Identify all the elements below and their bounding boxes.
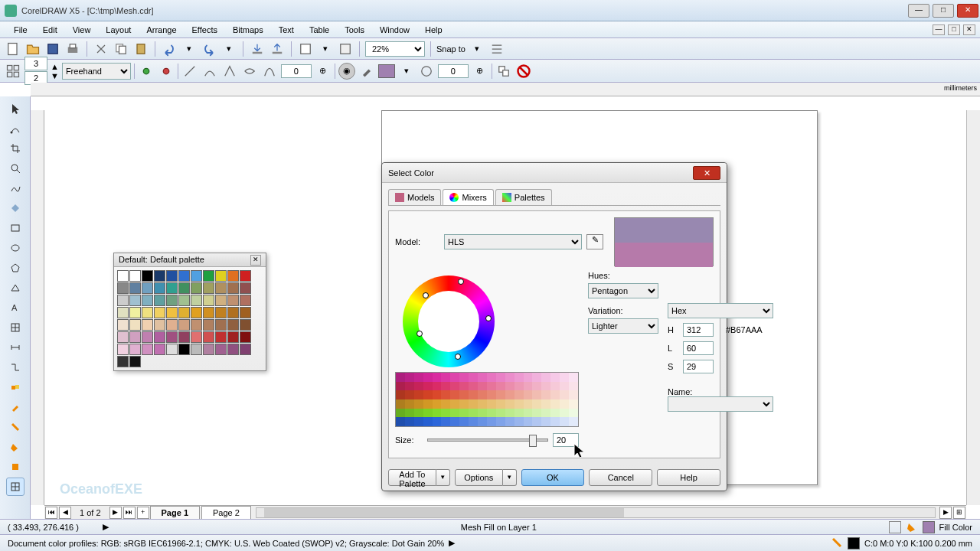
menu-edit[interactable]: Edit [35,23,65,37]
menu-file[interactable]: File [6,23,35,37]
menu-view[interactable]: View [65,23,99,37]
palette-swatch[interactable] [240,270,251,282]
eyedropper-tool[interactable] [6,398,24,416]
save-button[interactable] [44,41,61,57]
last-page-button[interactable]: ⏭ [123,507,136,519]
scroll-right-button[interactable]: ▶ [939,507,952,519]
add-page-button[interactable]: + [137,507,149,519]
undo-dropdown[interactable]: ▾ [181,41,198,57]
new-button[interactable] [5,41,21,57]
palette-swatch[interactable] [154,307,165,318]
profiles-dropdown[interactable]: ▶ [449,538,455,548]
palette-close-button[interactable]: ✕ [250,255,261,266]
ok-button[interactable]: OK [521,469,585,486]
zoom-select[interactable]: 22% [365,41,425,57]
palette-swatch[interactable] [117,331,129,343]
tab-palettes[interactable]: Palettes [495,189,552,205]
palette-swatch[interactable] [215,282,227,294]
blend-tool[interactable] [6,378,24,396]
palette-swatch[interactable] [203,282,214,294]
palette-swatch[interactable] [129,270,141,282]
palette-swatch[interactable] [191,282,202,294]
palette-swatch[interactable] [166,295,178,306]
horizontal-scrollbar[interactable] [256,507,936,518]
mesh-color-swatch[interactable] [378,64,395,78]
menu-effects[interactable]: Effects [185,23,225,37]
size-input[interactable] [553,433,579,447]
redo-dropdown[interactable]: ▾ [220,41,237,57]
palette-swatch[interactable] [227,295,239,306]
add-node-button[interactable] [138,63,155,80]
palette-swatch[interactable] [191,331,202,343]
table-tool[interactable] [6,318,24,337]
cut-button[interactable] [93,41,109,57]
palette-swatch[interactable] [203,319,214,331]
palette-swatch[interactable] [117,270,129,282]
palette-swatch[interactable] [117,282,129,294]
palette-swatch[interactable] [166,344,178,355]
options-dropdown[interactable]: ▼ [503,469,517,486]
freehand-select[interactable]: Freehand [62,63,131,80]
transparency-input[interactable] [438,64,469,78]
open-button[interactable] [24,41,41,57]
palette-swatch[interactable] [227,344,239,355]
curve-tool-button[interactable] [201,63,218,80]
palette-swatch[interactable] [142,344,153,355]
minimize-button[interactable]: — [908,4,929,18]
connector-tool[interactable] [6,358,24,377]
palette-swatch[interactable] [129,295,141,306]
menu-window[interactable]: Window [372,23,417,37]
palette-swatch[interactable] [166,319,178,331]
palette-swatch[interactable] [154,319,165,331]
variation-select[interactable]: Lighter [588,318,658,334]
palette-swatch[interactable] [178,344,190,355]
menu-arrange[interactable]: Arrange [139,23,184,37]
crop-tool[interactable] [6,139,24,158]
help-button[interactable]: Help [657,469,720,486]
palette-swatch[interactable] [240,344,251,355]
smoothing-input[interactable] [281,64,312,78]
palette-swatch[interactable] [142,270,153,282]
delete-node-button[interactable] [158,63,175,80]
palette-swatch[interactable] [154,282,165,294]
dialog-close-button[interactable]: ✕ [693,166,720,180]
prev-page-button[interactable]: ◀ [59,507,71,519]
outline-tool[interactable] [6,418,24,436]
palette-swatch[interactable] [227,307,239,318]
close-button[interactable]: ✕ [957,4,978,18]
palette-swatch[interactable] [203,331,214,343]
palette-swatch[interactable] [240,319,251,331]
palette-swatch[interactable] [129,344,141,355]
menu-text[interactable]: Text [271,23,302,37]
palette-swatch[interactable] [166,282,178,294]
palette-swatch[interactable] [191,295,202,306]
page-tab-2[interactable]: Page 2 [201,506,251,520]
palette-swatch[interactable] [215,270,227,282]
palette-swatch[interactable] [240,331,251,343]
pick-tool[interactable] [6,99,24,118]
grid-down[interactable]: ▼ [51,71,59,80]
snap-dropdown[interactable]: ▾ [469,41,485,57]
menu-tools[interactable]: Tools [337,23,372,37]
color-dropdown[interactable]: ▾ [398,63,415,80]
palette-swatch[interactable] [178,282,190,294]
palette-window[interactable]: Default: Default palette ✕ [113,253,266,371]
next-page-button[interactable]: ▶ [109,507,122,519]
menu-bitmaps[interactable]: Bitmaps [225,23,271,37]
palette-swatch[interactable] [227,331,239,343]
menu-layout[interactable]: Layout [98,23,139,37]
smart-fill-tool[interactable] [6,199,24,217]
palette-swatch[interactable] [129,319,141,331]
hex-mode-select[interactable]: Hex [668,303,773,318]
palette-swatch[interactable] [203,295,214,306]
model-select[interactable]: HLS [444,234,582,249]
publish-button[interactable] [297,41,314,57]
basic-shapes-tool[interactable] [6,279,24,297]
palette-swatch[interactable] [117,319,129,331]
palette-swatch[interactable] [203,307,214,318]
copy-button[interactable] [113,41,129,57]
palette-swatch[interactable] [191,307,202,318]
palette-swatch[interactable] [178,270,190,282]
zoom-tool[interactable] [6,159,24,178]
palette-swatches[interactable] [114,267,266,370]
